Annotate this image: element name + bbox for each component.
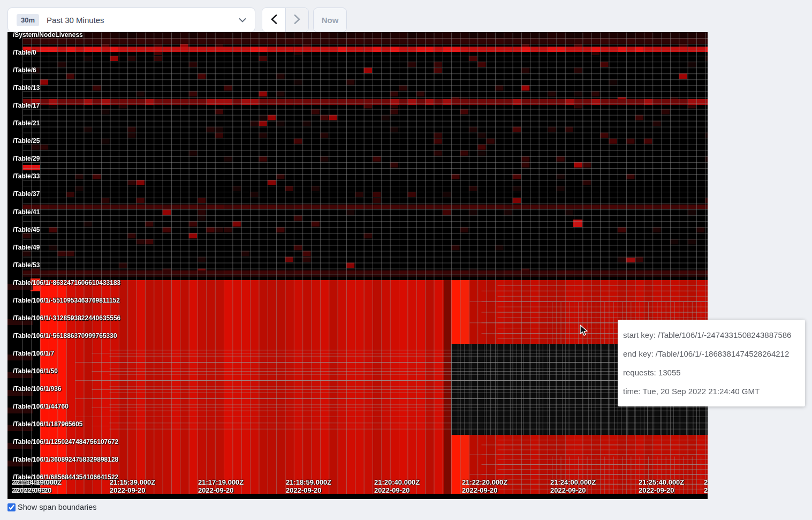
tooltip-start-key: start key: /Table/106/1/-247433150824388… (618, 326, 805, 345)
chevron-down-icon (239, 15, 246, 25)
tooltip-time: time: Tue, 20 Sep 2022 21:24:40 GMT (618, 382, 805, 401)
next-interval-button[interactable] (285, 8, 308, 32)
span-tooltip: start key: /Table/106/1/-247433150824388… (618, 320, 805, 406)
chevron-left-icon (271, 14, 277, 26)
time-nav-group (262, 7, 309, 32)
tooltip-requests: requests: 13055 (618, 364, 805, 382)
prev-interval-button[interactable] (262, 8, 285, 32)
heatmap-canvas[interactable] (7, 32, 708, 499)
key-visualizer-heatmap[interactable]: /System/NodeLiveness/Table/0/Table/6/Tab… (7, 32, 708, 499)
show-span-boundaries-label[interactable]: Show span boundaries (18, 503, 97, 511)
mouse-cursor-icon (580, 325, 588, 338)
duration-badge: 30m (17, 14, 39, 26)
footer: Show span boundaries (7, 503, 97, 511)
show-span-boundaries-checkbox[interactable] (7, 503, 16, 511)
now-button[interactable]: Now (313, 7, 347, 32)
toolbar: 30m Past 30 Minutes Now (7, 7, 347, 32)
time-range-label: Past 30 Minutes (47, 16, 239, 25)
key-visualizer-page: 30m Past 30 Minutes Now /System/NodeLive… (0, 0, 812, 520)
time-range-select[interactable]: 30m Past 30 Minutes (7, 7, 255, 32)
chevron-right-icon (294, 14, 300, 26)
tooltip-end-key: end key: /Table/106/1/-18683814745282642… (618, 345, 805, 364)
